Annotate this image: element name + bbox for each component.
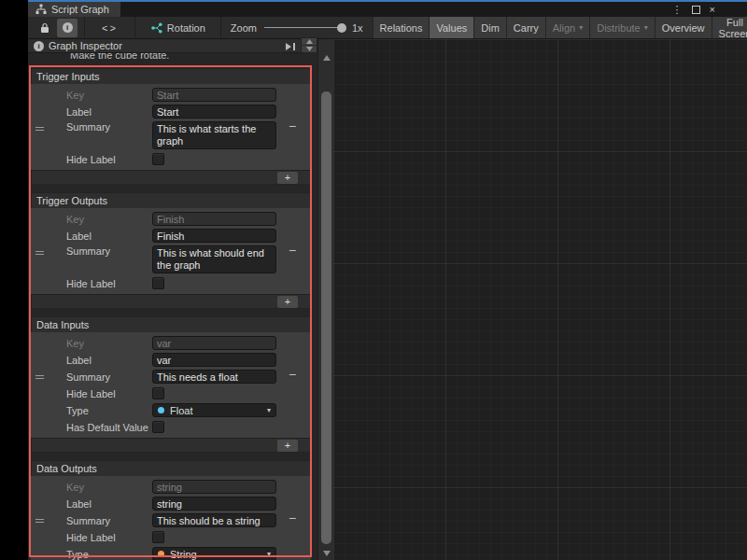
type-dropdown[interactable]: String▾: [152, 547, 276, 560]
chevron-down-icon: ▾: [267, 550, 271, 558]
zoom-slider[interactable]: [264, 27, 345, 28]
graph-inspector-title: Graph Inspector: [49, 40, 122, 51]
graph-canvas[interactable]: [333, 39, 747, 560]
has-default-value-checkbox[interactable]: [152, 421, 164, 433]
field-label: Hide Label: [66, 154, 152, 165]
drag-handle[interactable]: [35, 249, 44, 257]
field-label: Summary: [66, 121, 152, 133]
toolbar-button-values[interactable]: Values: [429, 17, 473, 38]
chevron-down-icon: ▾: [644, 23, 648, 32]
key-input: [152, 336, 276, 350]
remove-item-button[interactable]: −: [285, 511, 300, 525]
section-trigger-outputs: Trigger OutputsKeyLabelSummary−Hide Labe…: [31, 192, 311, 309]
field-label: Summary: [66, 245, 152, 257]
row-key: Key: [31, 480, 311, 494]
close-icon[interactable]: ×: [710, 5, 715, 15]
code-view-icon[interactable]: <>: [91, 22, 129, 34]
section-footer: +: [31, 438, 311, 453]
remove-item-button[interactable]: −: [285, 368, 300, 381]
add-item-button[interactable]: +: [277, 440, 298, 452]
key-input: [152, 212, 276, 226]
toolbar-code-group: <>: [85, 17, 135, 38]
window-controls: ⋮ ×: [672, 2, 715, 17]
spin-down-icon[interactable]: [302, 45, 317, 52]
row-hide-label: Hide Label: [31, 276, 311, 290]
graph-toolbar: i <> Rotation: [28, 17, 747, 39]
remove-item-button[interactable]: −: [285, 244, 300, 257]
tab-label: Script Graph: [51, 4, 109, 15]
tab-script-graph[interactable]: Script Graph: [28, 2, 120, 17]
section-header: Trigger Outputs: [31, 192, 311, 208]
section-header: Data Outputs: [31, 460, 311, 476]
toolbar-button-overview[interactable]: Overview: [655, 17, 712, 38]
label-input[interactable]: [152, 497, 276, 511]
inspector-scrollbar[interactable]: [317, 39, 333, 560]
zoom-slider-handle[interactable]: [337, 23, 346, 33]
row-summary: Summary−: [31, 121, 311, 149]
toolbar-button-carry[interactable]: Carry: [506, 17, 545, 38]
toolbar-button-align[interactable]: Align▾: [545, 17, 589, 38]
field-label: Summary: [66, 515, 152, 526]
hide-label-checkbox[interactable]: [152, 387, 164, 399]
hide-label-checkbox[interactable]: [152, 277, 164, 289]
screen: Script Graph ⋮ × i <: [0, 0, 747, 560]
toolbar-button-relations[interactable]: Relations: [373, 17, 430, 38]
scrollbar-thumb[interactable]: [321, 91, 331, 544]
spin-up-icon[interactable]: [302, 38, 317, 45]
label-input[interactable]: [152, 105, 276, 119]
label-input[interactable]: [152, 353, 276, 367]
drag-handle[interactable]: [35, 125, 44, 133]
summary-input[interactable]: [152, 370, 276, 384]
key-input: [152, 480, 276, 494]
zoom-control: Zoom 1x: [221, 17, 373, 38]
field-label: Has Default Value: [66, 422, 152, 433]
drag-handle[interactable]: [35, 517, 44, 525]
field-label: Label: [66, 355, 152, 366]
add-item-button[interactable]: +: [277, 296, 298, 308]
scroll-up-icon[interactable]: [318, 53, 334, 63]
info-icon: i: [34, 41, 44, 51]
type-dropdown[interactable]: Float▾: [152, 403, 276, 417]
summary-input[interactable]: [152, 513, 276, 527]
row-type: TypeFloat▾: [31, 403, 311, 417]
drag-handle[interactable]: [35, 373, 44, 381]
remove-item-button[interactable]: −: [285, 119, 300, 133]
hide-label-checkbox[interactable]: [152, 153, 164, 165]
summary-textarea[interactable]: [152, 121, 276, 149]
row-has-default-value: Has Default Value: [31, 420, 311, 434]
key-input: [152, 88, 276, 102]
toolbar-button-full-screen[interactable]: Full Screen: [712, 17, 747, 38]
toolbar-button-label: Overview: [662, 22, 705, 34]
dropdown-value: Float: [170, 405, 192, 416]
section-rows: KeyLabelSummary−Hide Label: [31, 84, 311, 170]
chevron-down-icon: ▾: [267, 406, 271, 414]
field-label: Label: [66, 498, 152, 510]
label-input[interactable]: [152, 229, 276, 243]
graph-inspector-panel: i Graph Inspector Make the cube rotate. …: [28, 39, 317, 560]
hide-label-checkbox[interactable]: [152, 531, 164, 543]
row-summary: Summary−: [31, 513, 311, 527]
section-header: Trigger Inputs: [31, 68, 311, 84]
rotation-breadcrumb[interactable]: Rotation: [141, 22, 215, 34]
lock-icon[interactable]: [35, 19, 55, 37]
row-key: Key: [31, 88, 311, 102]
toolbar-rotation-group: Rotation: [135, 17, 221, 38]
section-footer: +: [31, 294, 311, 309]
maximize-icon[interactable]: [692, 6, 700, 14]
toolbar-button-distribute[interactable]: Distribute▾: [589, 17, 654, 38]
summary-textarea[interactable]: [152, 245, 276, 273]
unity-script-graph-window: Script Graph ⋮ × i <: [28, 0, 747, 560]
toolbar-button-label: Carry: [514, 22, 539, 34]
collapse-panel-icon[interactable]: [285, 42, 296, 51]
row-label: Label: [31, 353, 311, 367]
section-data-outputs: Data OutputsKeyLabelSummary−Hide LabelTy…: [31, 460, 311, 560]
toolbar-button-dim[interactable]: Dim: [473, 17, 506, 38]
row-key: Key: [31, 212, 311, 226]
field-label: Key: [66, 482, 152, 493]
add-item-button[interactable]: +: [277, 172, 298, 184]
row-label: Label: [31, 497, 311, 511]
scroll-down-icon[interactable]: [318, 549, 334, 558]
inspector-toggle-info-icon[interactable]: i: [57, 19, 78, 37]
window-menu-icon[interactable]: ⋮: [672, 5, 683, 15]
section-rows: KeyLabelSummary−Hide LabelTypeString▾: [31, 476, 311, 560]
